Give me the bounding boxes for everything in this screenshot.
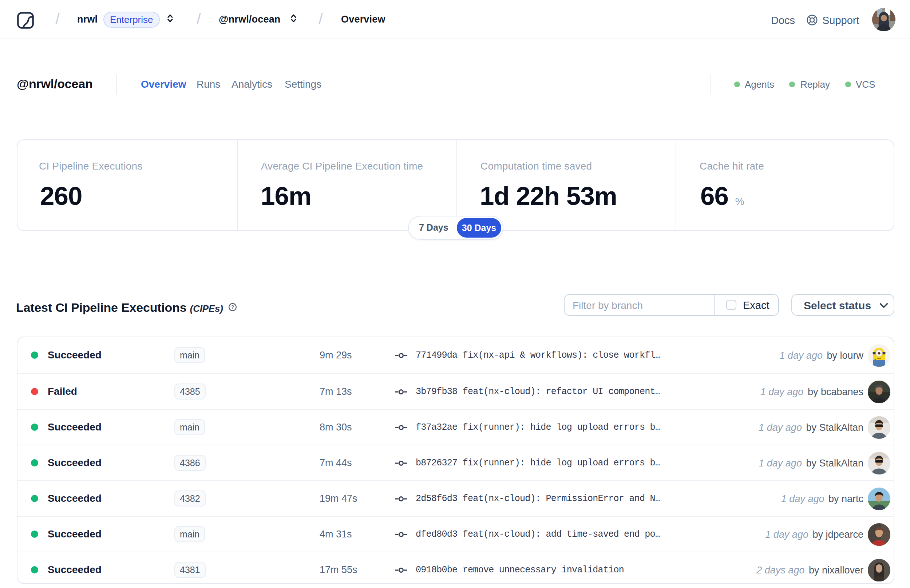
svg-text:?: ?: [231, 304, 234, 310]
